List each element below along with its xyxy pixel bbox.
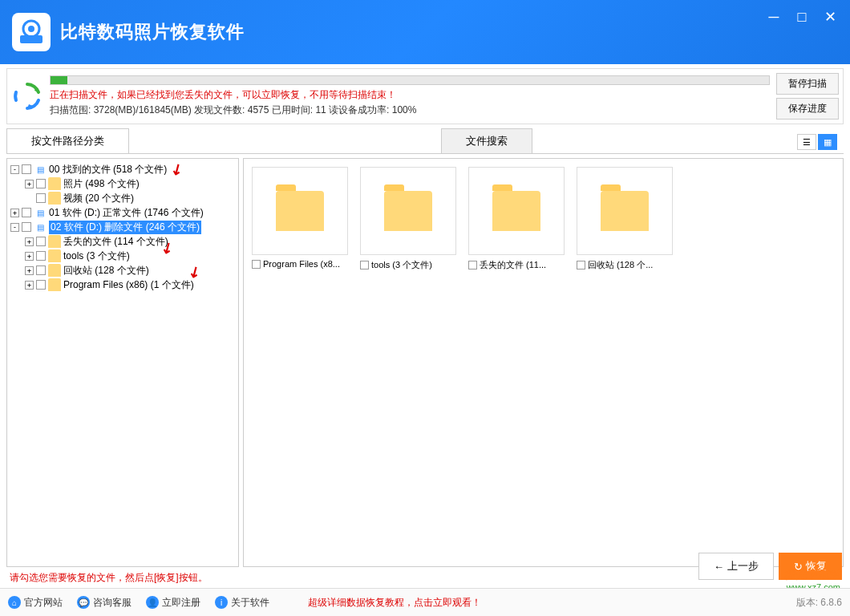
tree-row[interactable]: +Program Files (x86) (1 个文件) xyxy=(10,278,235,292)
tree-checkbox[interactable] xyxy=(36,265,46,275)
folder-icon xyxy=(48,278,61,291)
tree-expand-toggle[interactable]: + xyxy=(25,266,34,275)
folder-icon xyxy=(48,235,61,248)
close-button[interactable]: ✕ xyxy=(818,8,842,26)
grid-item-label: Program Files (x8... xyxy=(263,259,340,269)
drive-icon: ▤ xyxy=(34,206,47,219)
tree-row[interactable]: +丢失的文件 (114 个文件)↙ xyxy=(10,234,235,249)
footer-link-support[interactable]: 💬咨询客服 xyxy=(77,596,132,610)
folder-icon xyxy=(276,191,324,231)
folder-icon xyxy=(384,191,432,231)
tree-checkbox[interactable] xyxy=(36,193,46,203)
app-title: 比特数码照片恢复软件 xyxy=(60,20,245,44)
titlebar: 比特数码照片恢复软件 ─ □ ✕ xyxy=(0,0,850,64)
scan-warning: 正在扫描文件，如果已经找到您丢失的文件，可以立即恢复，不用等待扫描结束！ xyxy=(50,88,770,102)
grid-item-label: 丢失的文件 (11... xyxy=(480,259,546,271)
grid-item-label: 回收站 (128 个... xyxy=(588,259,653,271)
tree-label: Program Files (x86) (1 个文件) xyxy=(63,278,194,292)
drive-icon: ▤ xyxy=(34,163,47,176)
folder-icon xyxy=(48,177,61,190)
progress-bar xyxy=(50,75,770,85)
grid-checkbox[interactable] xyxy=(252,260,261,269)
folder-thumb xyxy=(360,167,456,255)
tree-row[interactable]: -▤00 找到的文件 (518 个文件)↙ xyxy=(10,162,235,176)
tree-label: 照片 (498 个文件) xyxy=(63,177,140,191)
scan-status-bar: 正在扫描文件，如果已经找到您丢失的文件，可以立即恢复，不用等待扫描结束！ 扫描范… xyxy=(6,68,844,124)
home-icon: ⌂ xyxy=(8,596,21,609)
tree-label: 01 软件 (D:) 正常文件 (1746 个文件) xyxy=(49,206,204,220)
tabs-row: 按文件路径分类 文件搜索 ☰ ▦ xyxy=(6,128,844,154)
maximize-button[interactable]: □ xyxy=(790,8,814,26)
tree-panel: -▤00 找到的文件 (518 个文件)↙+照片 (498 个文件)视频 (20… xyxy=(6,158,239,567)
svg-point-2 xyxy=(28,26,34,32)
scan-stats: 扫描范围: 3728(MB)/161845(MB) 发现文件数: 4575 已用… xyxy=(50,103,770,117)
grid-item[interactable]: 丢失的文件 (11... xyxy=(468,167,565,271)
view-list-button[interactable]: ☰ xyxy=(797,134,816,150)
folder-icon xyxy=(492,191,540,231)
folder-icon xyxy=(48,249,61,262)
tree-row[interactable]: +照片 (498 个文件) xyxy=(10,176,235,191)
grid-panel: Program Files (x8... tools (3 个文件) 丢失的文件… xyxy=(243,158,844,567)
grid-item-label: tools (3 个文件) xyxy=(371,259,432,271)
folder-thumb xyxy=(468,167,565,255)
tree-checkbox[interactable] xyxy=(36,251,46,261)
tree-expand-toggle[interactable]: + xyxy=(25,281,34,290)
folder-icon xyxy=(48,192,61,205)
footer-tutorial-link[interactable]: 超级详细数据恢复教程，点击立即观看！ xyxy=(308,596,481,610)
grid-item[interactable]: tools (3 个文件) xyxy=(360,167,456,271)
pause-scan-button[interactable]: 暂停扫描 xyxy=(776,73,839,95)
footer-link-about[interactable]: i关于软件 xyxy=(215,596,269,610)
tree-label: 02 软件 (D:) 删除文件 (246 个文件) xyxy=(49,221,201,234)
tree-checkbox[interactable] xyxy=(36,237,46,246)
tree-checkbox[interactable] xyxy=(36,280,46,290)
tree-row[interactable]: +tools (3 个文件) xyxy=(10,249,235,263)
grid-item[interactable]: Program Files (x8... xyxy=(252,167,348,271)
chat-icon: 💬 xyxy=(77,596,90,609)
tree-row[interactable]: +▤01 软件 (D:) 正常文件 (1746 个文件) xyxy=(10,205,235,220)
version-label: 版本: 6.8.6 xyxy=(796,596,842,610)
tree-label: 视频 (20 个文件) xyxy=(63,192,134,205)
tree-label: 00 找到的文件 (518 个文件) xyxy=(49,163,167,176)
tree-checkbox[interactable] xyxy=(22,208,31,217)
folder-thumb xyxy=(577,167,673,255)
footer-link-register[interactable]: 👤立即注册 xyxy=(146,596,200,610)
tab-file-search[interactable]: 文件搜索 xyxy=(441,128,532,153)
folder-thumb xyxy=(252,167,348,255)
grid-checkbox[interactable] xyxy=(468,261,477,270)
tree-checkbox[interactable] xyxy=(22,222,31,232)
recycle-icon xyxy=(11,80,43,112)
tree-checkbox[interactable] xyxy=(22,164,31,174)
tree-expand-toggle[interactable]: - xyxy=(10,223,19,232)
disk-icon xyxy=(17,18,46,47)
grid-checkbox[interactable] xyxy=(577,261,585,270)
tree-expand-toggle[interactable]: + xyxy=(25,252,34,261)
tree-label: 回收站 (128 个文件) xyxy=(63,264,149,278)
arrow-left-icon: ← xyxy=(714,561,724,573)
prev-step-button[interactable]: ← 上一步 xyxy=(698,553,774,580)
tree-label: tools (3 个文件) xyxy=(63,249,130,263)
tree-row[interactable]: 视频 (20 个文件) xyxy=(10,191,235,205)
info-icon: i xyxy=(215,596,228,609)
tab-path-classify[interactable]: 按文件路径分类 xyxy=(6,128,129,153)
footer-link-website[interactable]: ⌂官方网站 xyxy=(8,596,63,610)
save-progress-button[interactable]: 保存进度 xyxy=(776,98,839,120)
tree-expand-toggle[interactable]: - xyxy=(10,165,19,174)
tree-checkbox[interactable] xyxy=(36,179,46,188)
grid-checkbox[interactable] xyxy=(360,261,369,270)
minimize-button[interactable]: ─ xyxy=(762,8,786,26)
view-grid-button[interactable]: ▦ xyxy=(818,134,837,150)
tree-expand-toggle[interactable]: + xyxy=(10,209,19,217)
grid-item[interactable]: 回收站 (128 个... xyxy=(577,167,673,271)
tree-expand-toggle[interactable]: + xyxy=(25,237,34,246)
tree-row[interactable]: -▤02 软件 (D:) 删除文件 (246 个文件) xyxy=(10,220,235,234)
tree-label: 丢失的文件 (114 个文件) xyxy=(63,235,168,249)
tree-expand-toggle[interactable]: + xyxy=(25,180,34,188)
user-icon: 👤 xyxy=(146,596,159,609)
folder-icon xyxy=(48,264,61,277)
tree-row[interactable]: +回收站 (128 个文件)↙ xyxy=(10,263,235,278)
folder-icon xyxy=(601,191,649,231)
app-logo xyxy=(12,13,51,51)
drive-icon: ▤ xyxy=(34,221,47,233)
footer: ⌂官方网站 💬咨询客服 👤立即注册 i关于软件 超级详细数据恢复教程，点击立即观… xyxy=(0,588,850,616)
